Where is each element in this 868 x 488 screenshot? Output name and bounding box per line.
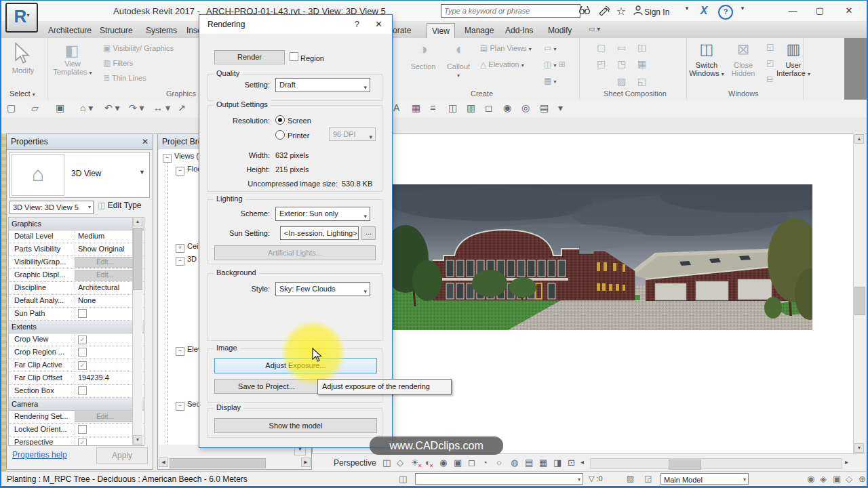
collapse-icon[interactable]: − — [176, 257, 184, 266]
tab-view[interactable]: View — [427, 23, 455, 39]
filters-item[interactable]: ▥ Filters — [103, 58, 133, 68]
title-block-icon[interactable]: ◰ — [597, 58, 606, 69]
edit-button[interactable]: Edit... — [75, 257, 136, 268]
grids-icon[interactable]: ▦ — [412, 102, 420, 113]
reveal-constraints-icon[interactable]: ⊡ — [568, 458, 575, 468]
view-reference-icon[interactable]: ◱ — [637, 76, 646, 87]
favorites-star-icon[interactable]: ☆ — [614, 5, 629, 18]
rendering-dialog-icon[interactable]: ◉ — [439, 458, 447, 468]
sun-path-icon[interactable]: ☀× — [411, 458, 419, 468]
callout-icon[interactable]: ◖ — [443, 41, 473, 58]
select-dropdown[interactable]: Select ▾ — [9, 89, 35, 98]
sign-in-label[interactable]: Sign In — [644, 7, 669, 17]
edit-button[interactable]: Edit... — [75, 270, 136, 281]
close-hidden-icon[interactable]: ⊠ — [728, 41, 758, 58]
hscroll-thumb[interactable] — [669, 460, 701, 470]
shadows-icon[interactable]: ◐× — [425, 458, 431, 468]
sign-in-person-icon[interactable] — [631, 5, 646, 18]
tile-windows-icon[interactable]: ▥ — [467, 102, 475, 113]
visual-style-icon[interactable]: ◇ — [397, 458, 403, 468]
select-pinned-icon[interactable]: ▣ — [833, 474, 841, 484]
tab-add-ins[interactable]: Add-Ins — [500, 23, 538, 38]
section-label[interactable]: Section — [407, 62, 439, 70]
checkbox[interactable]: ✓ — [78, 336, 87, 344]
properties-header[interactable]: Properties✕ — [7, 134, 153, 150]
collapse-icon[interactable]: − — [163, 154, 172, 163]
checkbox[interactable]: ✓ — [78, 439, 87, 446]
checkbox[interactable] — [78, 309, 87, 318]
switch-windows-icon[interactable]: ◫ — [448, 102, 457, 113]
switch-windows-label[interactable]: Switch Windows ▾ — [689, 61, 724, 77]
tab-structure[interactable]: Structure — [95, 23, 138, 38]
plan-views-item[interactable]: ▤ Plan Views ▾ — [480, 43, 532, 53]
select-by-face-icon[interactable]: ◇ — [846, 474, 852, 484]
maximize-button[interactable]: ▢ — [810, 3, 830, 18]
search-icon[interactable] — [577, 5, 592, 18]
region-checkbox[interactable]: Region — [290, 52, 324, 62]
dialog-close-icon[interactable]: ✕ — [375, 19, 382, 29]
crop-region-icon[interactable]: ◻ — [468, 458, 475, 468]
user-interface-label[interactable]: User Interface ▾ — [776, 61, 811, 77]
tab-systems[interactable]: Systems — [141, 23, 182, 38]
scroll-right-icon[interactable]: ▶ — [301, 458, 311, 467]
collapse-icon[interactable]: − — [176, 402, 184, 411]
text-icon[interactable]: A — [393, 102, 399, 113]
section-box-icon[interactable]: ◻ — [485, 102, 493, 113]
instance-selector[interactable]: 3D View: 3D View 5▾ — [9, 201, 94, 214]
apply-button[interactable]: Apply — [96, 447, 148, 464]
render-gallery-icon[interactable]: ◎ — [521, 102, 530, 113]
ribbon-display-toggle-icon[interactable]: ▭ ▾ — [589, 25, 600, 33]
reveal-hidden-icon[interactable]: ○ — [496, 458, 502, 468]
help-dropdown-icon[interactable]: ▾ — [735, 5, 750, 18]
search-input[interactable] — [441, 4, 580, 18]
tab-manage[interactable]: Manage — [460, 23, 498, 38]
background-style-select[interactable]: Sky: Few Clouds▾ — [275, 282, 370, 296]
worksets-icon[interactable]: ▨ — [627, 474, 634, 483]
view-templates-label[interactable]: View Templates ▾ — [49, 60, 96, 76]
scale-icon[interactable]: ◫ — [382, 458, 391, 468]
cascade-icon[interactable]: ◱ — [766, 42, 774, 52]
viewbar-scroll-left-icon[interactable]: ◂ — [580, 458, 584, 466]
tab-modify[interactable]: Modify — [543, 23, 576, 38]
render-icon[interactable]: ◉ — [503, 102, 511, 113]
close-hidden-label[interactable]: Close Hidden — [726, 61, 761, 77]
render-button[interactable]: Render — [214, 50, 285, 64]
thin-lines-item[interactable]: ≣ Thin Lines — [103, 73, 146, 83]
scroll-down-icon[interactable]: ▼ — [133, 435, 142, 445]
application-menu-button[interactable]: R▾ — [5, 3, 38, 33]
status-select-combo[interactable]: ▾ — [415, 473, 583, 485]
exchange-apps-icon[interactable]: X — [696, 5, 711, 18]
edit-type-button[interactable]: ◫ Edit Type — [98, 201, 149, 214]
viewbar-scroll-right-icon[interactable]: ▸ — [845, 458, 848, 466]
close-button[interactable]: ✕ — [839, 3, 859, 18]
temporary-hide-isolate-icon[interactable]: ◔ — [482, 458, 488, 468]
undo-icon[interactable]: ↶ ▾ — [104, 102, 120, 113]
sun-setting-browse-button[interactable]: ... — [361, 226, 376, 240]
filter-icon[interactable]: ▽ :0 — [589, 474, 603, 483]
switch-windows-icon[interactable]: ◫ — [692, 41, 722, 58]
sign-in-dropdown-icon[interactable]: ▾ — [679, 5, 694, 18]
modify-button-label[interactable]: Modify — [7, 66, 39, 75]
status-toggle-icon[interactable]: ◫ — [399, 474, 407, 484]
view-scale-label[interactable]: Perspective — [334, 458, 376, 468]
matchline-icon[interactable]: ▨ — [617, 76, 626, 87]
show-model-button[interactable]: Show the model — [214, 418, 377, 433]
customize-qat-icon[interactable]: ▾ — [558, 102, 563, 113]
canvas-hscrollbar[interactable] — [590, 458, 842, 469]
artificial-lights-button[interactable]: Artificial Lights... — [214, 245, 376, 260]
group-camera[interactable]: Camera« — [9, 398, 144, 411]
open-file-icon[interactable]: ▱ — [31, 102, 39, 113]
checkbox[interactable] — [78, 348, 87, 357]
aligned-dimension-icon[interactable]: ↔ ▾ — [153, 102, 170, 113]
highlight-displacement-icon[interactable]: ◨ — [553, 458, 561, 468]
canvas-vscrollbar[interactable]: ▲ ▼ — [853, 134, 865, 453]
default-3d-view-icon[interactable]: ⌂ ▾ — [80, 102, 93, 113]
place-view-icon[interactable]: ▭ — [617, 42, 626, 53]
guide-grid-icon[interactable]: ▦ — [637, 58, 646, 69]
browser-hscrollbar[interactable]: ◀ ▶ — [159, 458, 311, 468]
redo-icon[interactable]: ↷ ▾ — [129, 102, 144, 113]
hscroll-thumb[interactable] — [170, 458, 266, 468]
printer-radio[interactable]: Printer — [275, 130, 309, 140]
save-icon[interactable]: ▣ — [56, 102, 64, 113]
communication-center-icon[interactable] — [597, 5, 612, 18]
